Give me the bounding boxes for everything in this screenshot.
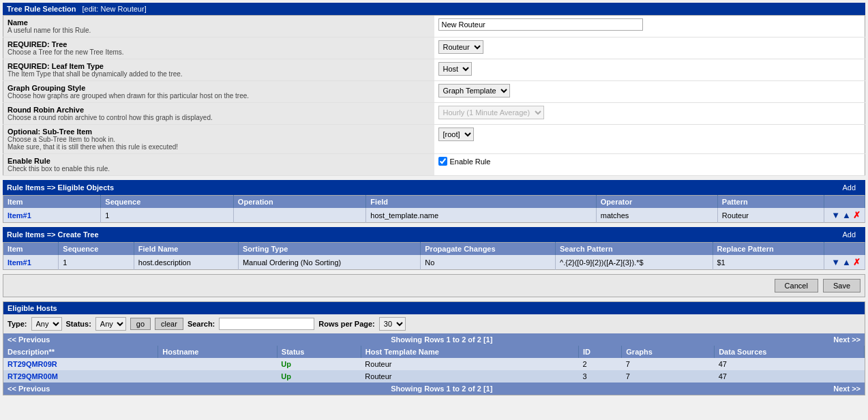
- hosts-header-row: Description** Hostname Status Host Templ…: [3, 346, 865, 358]
- round-robin-archive-label: Round Robin Archive: [8, 106, 430, 114]
- rows-per-page-select[interactable]: 30: [379, 317, 406, 331]
- create-tree-row1-up-icon[interactable]: ▲: [842, 257, 851, 267]
- rule-items-create-tree-section: Rule Items => Create Tree Add Item Seque…: [3, 227, 865, 270]
- status-label: Status:: [66, 320, 91, 328]
- tree-rule-selection-section: Tree Rule Selection [edit: New Routeur] …: [3, 3, 865, 176]
- go-button[interactable]: go: [130, 318, 151, 330]
- eligible-row1-down-icon[interactable]: ▼: [831, 210, 840, 220]
- pagination-bar-top: << Previous Showing Rows 1 to 2 of 2 [1]…: [3, 333, 865, 346]
- required-tree-label: REQUIRED: Tree: [8, 40, 430, 48]
- status-select[interactable]: Any: [95, 317, 126, 331]
- col-host-template-name: Host Template Name: [361, 346, 578, 358]
- graph-grouping-style-row: Graph Grouping Style Choose how graphs a…: [3, 81, 865, 103]
- tree-rule-form-table: Name A useful name for this Rule. REQUIR…: [3, 15, 865, 176]
- create-tree-header-row: Item Sequence Field Name Sorting Type Pr…: [3, 243, 865, 256]
- rule-items-eligible-title: Rule Items => Eligible Objects: [7, 183, 114, 192]
- round-robin-archive-row: Round Robin Archive Choose a round robin…: [3, 103, 865, 125]
- col-hostname: Hostname: [158, 346, 278, 358]
- rule-items-create-tree-header: Rule Items => Create Tree Add: [3, 227, 865, 242]
- col-status: Status: [277, 346, 361, 358]
- tree-rule-selection-header: Tree Rule Selection [edit: New Routeur]: [3, 3, 865, 15]
- rows-per-page-label: Rows per Page:: [318, 320, 375, 328]
- col-ct-actions: [824, 243, 865, 256]
- clear-button[interactable]: clear: [155, 318, 183, 330]
- type-label: Type:: [8, 320, 27, 328]
- col-ct-sequence: Sequence: [59, 243, 134, 256]
- host1-status: Up: [281, 360, 291, 368]
- search-label: Search:: [188, 320, 215, 328]
- col-ct-fieldname: Field Name: [134, 243, 238, 256]
- col-id: ID: [579, 346, 622, 358]
- tree-rule-edit-label: [edit: New Routeur]: [83, 5, 147, 13]
- sub-tree-item-desc: Choose a Sub-Tree Item to hook in. Make …: [8, 136, 430, 151]
- col-ct-replacepattern: Replace Pattern: [713, 243, 824, 256]
- create-tree-item1-link[interactable]: Item#1: [8, 258, 31, 267]
- cancel-button[interactable]: Cancel: [775, 279, 818, 292]
- create-tree-table: Item Sequence Field Name Sorting Type Pr…: [3, 242, 865, 270]
- enable-rule-row: Enable Rule Check this box to enable thi…: [3, 154, 865, 176]
- search-input[interactable]: [219, 318, 314, 330]
- table-row: Item#1 1 host_template.name matches Rout…: [3, 208, 865, 223]
- eligible-hosts-filter-row: Type: Any Status: Any go clear Search: R…: [3, 314, 865, 333]
- eligible-item1-link[interactable]: Item#1: [8, 211, 31, 220]
- create-tree-row1-delete-icon[interactable]: ✗: [853, 257, 860, 267]
- col-field: Field: [366, 196, 596, 209]
- leaf-item-type-row: REQUIRED: Leaf Item Type The Item Type t…: [3, 59, 865, 81]
- col-data-sources: Data Sources: [715, 346, 865, 358]
- leaf-item-type-label: REQUIRED: Leaf Item Type: [8, 62, 430, 70]
- enable-rule-checkbox-text: Enable Rule: [450, 158, 491, 166]
- next-link-bottom[interactable]: Next >>: [833, 385, 860, 393]
- sub-tree-item-label: Optional: Sub-Tree Item: [8, 127, 430, 136]
- sub-tree-item-select[interactable]: [root]: [438, 127, 474, 141]
- round-robin-archive-select[interactable]: Hourly (1 Minute Average): [438, 106, 544, 119]
- sub-tree-item-row: Optional: Sub-Tree Item Choose a Sub-Tre…: [3, 125, 865, 154]
- host2-description-link[interactable]: RT29QMR00M: [8, 372, 58, 380]
- bottom-bar: Cancel Save: [3, 274, 865, 297]
- rule-items-eligible-header: Rule Items => Eligible Objects Add: [3, 180, 865, 195]
- leaf-item-type-select[interactable]: Host: [438, 62, 472, 76]
- leaf-item-type-desc: The Item Type that shall be dynamically …: [8, 70, 430, 78]
- graph-grouping-style-select[interactable]: Graph Template: [438, 84, 510, 97]
- graph-grouping-style-label: Graph Grouping Style: [8, 84, 430, 92]
- previous-link-top[interactable]: << Previous: [8, 335, 50, 344]
- eligible-objects-table: Item Sequence Operation Field Operator P…: [3, 195, 865, 223]
- enable-rule-checkbox-label: Enable Rule: [438, 157, 861, 166]
- eligible-row1-delete-icon[interactable]: ✗: [853, 210, 860, 220]
- eligible-hosts-title: Eligible Hosts: [8, 304, 57, 312]
- col-operation: Operation: [233, 196, 366, 209]
- col-ct-sortingtype: Sorting Type: [238, 243, 420, 256]
- host1-description-link[interactable]: RT29QMR09R: [8, 360, 57, 368]
- previous-link-bottom[interactable]: << Previous: [8, 385, 50, 393]
- create-tree-row1-down-icon[interactable]: ▼: [831, 257, 840, 267]
- name-label: Name: [8, 18, 430, 27]
- graph-grouping-style-desc: Choose how graphs are grouped when drawn…: [8, 92, 430, 100]
- eligible-objects-header-row: Item Sequence Operation Field Operator P…: [3, 196, 865, 209]
- col-ct-item: Item: [3, 243, 59, 256]
- eligible-hosts-section: Eligible Hosts Type: Any Status: Any go …: [3, 301, 865, 395]
- host2-status: Up: [281, 372, 291, 380]
- col-actions: [824, 196, 865, 209]
- table-row: Item#1 1 host.description Manual Orderin…: [3, 255, 865, 270]
- rule-items-create-tree-title: Rule Items => Create Tree: [7, 230, 99, 239]
- eligible-add-button[interactable]: Add: [837, 182, 861, 193]
- tree-rule-selection-title: Tree Rule Selection: [7, 5, 76, 13]
- col-ct-searchpattern: Search Pattern: [556, 243, 713, 256]
- table-row: RT29QMR00M Up Routeur 3 7 47: [3, 370, 865, 382]
- rule-items-eligible-section: Rule Items => Eligible Objects Add Item …: [3, 180, 865, 223]
- col-item: Item: [3, 196, 101, 209]
- required-tree-row: REQUIRED: Tree Choose a Tree for the new…: [3, 38, 865, 59]
- name-input[interactable]: [438, 18, 643, 31]
- col-operator: Operator: [596, 196, 717, 209]
- name-desc: A useful name for this Rule.: [8, 27, 430, 34]
- col-description: Description**: [3, 346, 158, 358]
- showing-rows-top: Showing Rows 1 to 2 of 2 [1]: [391, 335, 492, 344]
- create-tree-add-button[interactable]: Add: [837, 229, 861, 240]
- save-button[interactable]: Save: [823, 279, 860, 292]
- next-link-top[interactable]: Next >>: [833, 335, 860, 344]
- enable-rule-checkbox[interactable]: [438, 157, 447, 166]
- enable-rule-label: Enable Rule: [8, 157, 430, 165]
- pagination-bar-bottom: << Previous Showing Rows 1 to 2 of 2 [1]…: [3, 382, 865, 395]
- eligible-row1-up-icon[interactable]: ▲: [842, 210, 851, 220]
- type-select[interactable]: Any: [31, 317, 62, 331]
- required-tree-select[interactable]: Routeur: [438, 40, 483, 54]
